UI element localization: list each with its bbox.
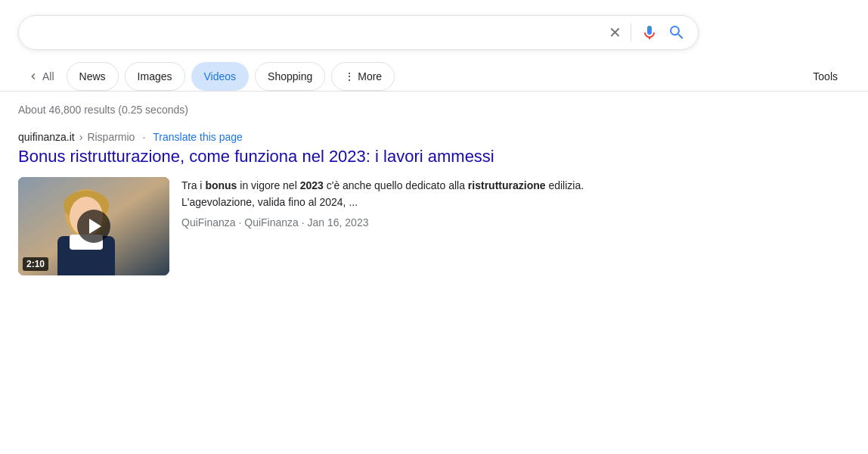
tabs-area: All News Images Videos Shopping ⋮ More T…: [0, 59, 868, 92]
result-thumbnail[interactable]: 2:10: [18, 177, 169, 275]
all-tab-label: All: [42, 70, 54, 82]
result-site: quifinanza.it: [18, 131, 75, 143]
clear-icon[interactable]: ✕: [609, 25, 622, 40]
snippet-text: Tra i bonus in vigore nel 2023 c'è anche…: [181, 177, 593, 211]
tools-button[interactable]: Tools: [801, 63, 850, 90]
news-tab-label: News: [79, 70, 106, 82]
videos-tab-label: Videos: [204, 70, 237, 82]
search-box: bonus ristrutturazione 2023 ✕: [18, 15, 699, 50]
back-arrow-icon: [27, 70, 39, 82]
result-body: 2:10 Tra i bonus in vigore nel 2023 c'è …: [18, 177, 593, 275]
tab-videos[interactable]: Videos: [191, 62, 250, 91]
images-tab-label: Images: [138, 70, 172, 82]
more-tab-label: More: [358, 70, 382, 82]
results-area: About 46,800 results (0.25 seconds) quif…: [0, 92, 868, 288]
search-bar-area: bonus ristrutturazione 2023 ✕: [0, 0, 868, 59]
translate-link[interactable]: Translate this page: [153, 131, 243, 143]
tab-all[interactable]: All: [18, 63, 64, 90]
search-icon-area: ✕: [609, 23, 686, 42]
results-stats: About 46,800 results (0.25 seconds): [18, 104, 850, 116]
play-triangle-icon: [89, 219, 101, 234]
result-title[interactable]: Bonus ristrutturazione, come funziona ne…: [18, 146, 593, 168]
result-snippet: Tra i bonus in vigore nel 2023 c'è anche…: [181, 177, 593, 229]
result-path: Risparmio: [87, 131, 135, 143]
shopping-tab-label: Shopping: [268, 70, 312, 82]
result-separator: ›: [79, 131, 83, 143]
duration-badge: 2:10: [23, 257, 48, 271]
svg-point-0: [649, 27, 651, 30]
mic-icon[interactable]: [640, 23, 659, 42]
result-url-line: quifinanza.it › Risparmio · Translate th…: [18, 131, 593, 143]
tab-images[interactable]: Images: [125, 62, 185, 91]
tab-shopping[interactable]: Shopping: [255, 62, 325, 91]
search-button-icon[interactable]: [668, 23, 686, 42]
dot-separator: ·: [142, 131, 145, 143]
tab-more[interactable]: ⋮ More: [331, 62, 395, 91]
play-button[interactable]: [77, 210, 110, 243]
tools-label: Tools: [813, 70, 838, 82]
search-input[interactable]: bonus ristrutturazione 2023: [31, 25, 603, 41]
tab-news[interactable]: News: [67, 62, 119, 91]
divider: [631, 23, 631, 42]
result-meta: QuiFinanza · QuiFinanza · Jan 16, 2023: [181, 216, 593, 229]
result-item: quifinanza.it › Risparmio · Translate th…: [18, 131, 593, 275]
